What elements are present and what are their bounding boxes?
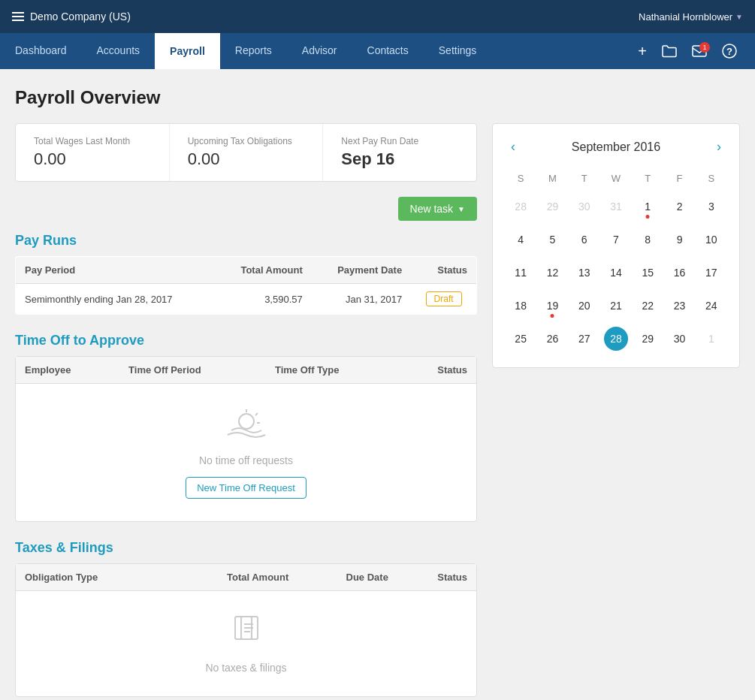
- cal-cell-inner: 30: [668, 327, 692, 351]
- folder-button[interactable]: [656, 41, 683, 61]
- cal-day-m: M: [536, 170, 568, 190]
- user-dropdown-arrow[interactable]: ▼: [735, 13, 743, 21]
- calendar-cell[interactable]: 17: [696, 256, 727, 289]
- stat-wages-value: 0.00: [34, 149, 151, 169]
- cal-day-t2: T: [632, 170, 663, 190]
- cal-cell-inner: 15: [636, 261, 660, 285]
- cal-cell-inner: 13: [572, 261, 596, 285]
- new-task-button[interactable]: New task ▼: [398, 197, 477, 221]
- stat-date-label: Next Pay Run Date: [341, 136, 458, 146]
- calendar-cell[interactable]: 16: [663, 256, 695, 289]
- page-title: Payroll Overview: [15, 87, 740, 108]
- nav-dashboard[interactable]: Dashboard: [0, 33, 82, 69]
- cal-day-f: F: [663, 170, 695, 190]
- calendar-cell[interactable]: 23: [663, 289, 695, 322]
- calendar-cell[interactable]: 18: [505, 289, 536, 322]
- calendar-card: ‹ September 2016 › S M T W T F S: [492, 123, 740, 368]
- stat-total-wages: Total Wages Last Month 0.00: [16, 124, 170, 181]
- cal-cell-inner: 7: [604, 228, 628, 252]
- calendar-cell[interactable]: 22: [632, 289, 663, 322]
- stat-date-value: Sep 16: [341, 149, 458, 169]
- new-task-arrow: ▼: [458, 205, 465, 213]
- calendar-cell[interactable]: 28: [505, 190, 536, 223]
- calendar-cell[interactable]: 7: [600, 223, 632, 256]
- cal-cell-inner: 16: [668, 261, 692, 285]
- cal-day-s2: S: [696, 170, 727, 190]
- calendar-cell[interactable]: 2: [663, 190, 695, 223]
- calendar-cell[interactable]: 14: [600, 256, 632, 289]
- calendar-cell[interactable]: 28: [600, 322, 632, 355]
- cal-cell-inner: 11: [509, 261, 533, 285]
- col-obligation-type: Obligation Type: [16, 564, 166, 591]
- calendar-cell[interactable]: 5: [536, 223, 568, 256]
- right-column: ‹ September 2016 › S M T W T F S: [492, 123, 740, 368]
- calendar-cell[interactable]: 29: [536, 190, 568, 223]
- table-row[interactable]: Semimonthly ending Jan 28, 2017 3,590.57…: [16, 284, 477, 315]
- mail-button[interactable]: 1: [686, 42, 713, 60]
- cal-cell-inner: 24: [699, 294, 723, 318]
- calendar-cell[interactable]: 19: [536, 289, 568, 322]
- svg-line-5: [255, 413, 258, 415]
- calendar-cell[interactable]: 6: [569, 223, 600, 256]
- calendar-cell[interactable]: 3: [696, 190, 727, 223]
- hamburger-menu[interactable]: [12, 12, 24, 21]
- new-task-row: New task ▼: [15, 197, 477, 221]
- nav-advisor[interactable]: Advisor: [287, 33, 352, 69]
- calendar-cell[interactable]: 31: [600, 190, 632, 223]
- cal-cell-inner: 31: [604, 195, 628, 219]
- calendar-prev-button[interactable]: ‹: [505, 136, 521, 158]
- add-button[interactable]: +: [632, 40, 653, 63]
- col-pay-period: Pay Period: [16, 257, 216, 284]
- time-off-empty-body: No time off requests New Time Off Reques…: [16, 384, 476, 521]
- cal-cell-inner: 18: [509, 294, 533, 318]
- main-content: Payroll Overview Total Wages Last Month …: [0, 69, 755, 700]
- new-time-off-request-button[interactable]: New Time Off Request: [186, 477, 307, 499]
- cal-cell-inner: 23: [668, 294, 692, 318]
- nav-settings[interactable]: Settings: [424, 33, 492, 69]
- taxes-empty-text: No taxes & filings: [205, 662, 286, 674]
- calendar-header: ‹ September 2016 ›: [505, 136, 727, 158]
- calendar-cell[interactable]: 30: [663, 322, 695, 355]
- top-bar: Demo Company (US) Nathanial Hornblower ▼: [0, 0, 755, 33]
- cal-cell-inner: 19: [540, 294, 564, 318]
- help-button[interactable]: ?: [716, 41, 743, 62]
- calendar-cell[interactable]: 9: [663, 223, 695, 256]
- nav-reports[interactable]: Reports: [220, 33, 287, 69]
- calendar-cell[interactable]: 15: [632, 256, 663, 289]
- cal-cell-inner: 9: [668, 228, 692, 252]
- nav-accounts[interactable]: Accounts: [82, 33, 156, 69]
- company-name-area: Demo Company (US): [12, 11, 131, 23]
- col-time-off-type: Time Off Type: [266, 357, 399, 384]
- stat-tax-label: Upcoming Tax Obligations: [188, 136, 305, 146]
- cal-day-t1: T: [569, 170, 600, 190]
- calendar-cell[interactable]: 24: [696, 289, 727, 322]
- calendar-cell[interactable]: 4: [505, 223, 536, 256]
- calendar-cell[interactable]: 8: [632, 223, 663, 256]
- nav-payroll[interactable]: Payroll: [155, 33, 220, 69]
- cal-cell-inner: 17: [699, 261, 723, 285]
- calendar-cell[interactable]: 21: [600, 289, 632, 322]
- col-taxes-status: Status: [397, 564, 476, 591]
- nav-contacts[interactable]: Contacts: [352, 33, 424, 69]
- calendar-cell[interactable]: 27: [569, 322, 600, 355]
- pay-runs-title: Pay Runs: [15, 233, 477, 249]
- mail-badge: 1: [699, 42, 710, 53]
- calendar-cell[interactable]: 20: [569, 289, 600, 322]
- calendar-cell[interactable]: 11: [505, 256, 536, 289]
- calendar-cell[interactable]: 13: [569, 256, 600, 289]
- cal-cell-inner: 10: [699, 228, 723, 252]
- calendar-cell[interactable]: 12: [536, 256, 568, 289]
- calendar-cell[interactable]: 1: [632, 190, 663, 223]
- cal-dot: [551, 314, 554, 318]
- calendar-cell[interactable]: 29: [632, 322, 663, 355]
- calendar-cell[interactable]: 10: [696, 223, 727, 256]
- calendar-next-button[interactable]: ›: [711, 136, 727, 158]
- time-off-title: Time Off to Approve: [15, 333, 477, 348]
- calendar-cell[interactable]: 26: [536, 322, 568, 355]
- calendar-cell[interactable]: 30: [569, 190, 600, 223]
- calendar-cell[interactable]: 25: [505, 322, 536, 355]
- cal-cell-inner: 30: [572, 195, 596, 219]
- calendar-cell[interactable]: 1: [696, 322, 727, 355]
- pay-period-cell: Semimonthly ending Jan 28, 2017: [16, 284, 216, 315]
- cal-day-s1: S: [505, 170, 536, 190]
